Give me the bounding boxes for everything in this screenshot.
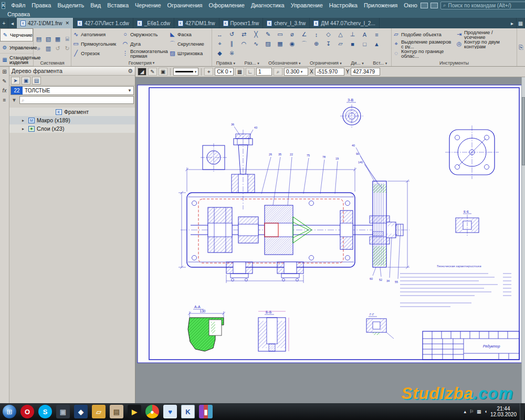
tool-hatch[interactable]: ▨Штриховка: [169, 49, 211, 58]
tree-panel-toggle-icon[interactable]: ⊞: [2, 69, 6, 75]
command-search-input[interactable]: ⌕ Поиск по командам (Alt+/): [440, 2, 525, 9]
delete-icon[interactable]: ╳: [251, 30, 260, 39]
group-label-notation[interactable]: Обозначения ▾: [268, 60, 301, 66]
draw-panel-icon[interactable]: ✎: [2, 78, 6, 84]
kompas-icon[interactable]: K: [181, 405, 195, 418]
tangent-icon[interactable]: ◠: [239, 40, 248, 48]
table-icon[interactable]: ▦: [276, 40, 285, 48]
x-coordinate-input[interactable]: -515.970: [315, 68, 344, 76]
arrow-down-icon[interactable]: ↧: [324, 40, 333, 48]
mode-management-button[interactable]: ⚙Управление: [0, 41, 33, 54]
outline-icon[interactable]: □: [360, 40, 369, 48]
menu-item-window[interactable]: Окно: [401, 1, 421, 10]
panel-gear-icon[interactable]: ⚙: [128, 68, 133, 75]
solid-icon[interactable]: ■: [348, 40, 357, 48]
roughness-icon[interactable]: △: [336, 30, 345, 39]
menu-item-settings[interactable]: Настройка: [326, 1, 361, 10]
dark-app-icon[interactable]: ▣: [56, 405, 70, 418]
network-icon[interactable]: ▦: [477, 409, 481, 414]
rhomb-icon[interactable]: ◆: [215, 49, 224, 58]
tree-item-fragment[interactable]: К Фрагмент: [9, 108, 135, 116]
document-tab[interactable]: К 427\DM1.frw: [174, 18, 219, 28]
menu-item-view[interactable]: Вид: [87, 1, 104, 10]
grid-icon[interactable]: ▦: [235, 68, 244, 76]
move-icon[interactable]: ↔: [215, 30, 224, 39]
tool-similar-object[interactable]: ▱Подобие объекта: [393, 30, 455, 39]
menu-item-constraints[interactable]: Ограничения: [164, 1, 206, 10]
point-icon[interactable]: ◉: [288, 40, 297, 48]
document-tab[interactable]: К _Е6в1.cdw: [133, 18, 174, 28]
chrome-icon[interactable]: ●: [145, 405, 159, 418]
open-folder-icon[interactable]: ▧: [44, 35, 52, 44]
line-style-selector[interactable]: ▾: [173, 68, 198, 76]
tray-clock[interactable]: 21:44 12.03.2020: [490, 406, 517, 417]
close-tab-icon[interactable]: ✕: [66, 20, 70, 26]
zoom-icon[interactable]: ⌕: [274, 68, 282, 76]
hidden-icons-chevron[interactable]: ▴: [464, 409, 466, 414]
tool-rectangle[interactable]: ▭Прямоугольник: [72, 39, 121, 49]
tool-select-dimensions[interactable]: ⌖Выделение размеров с ру...: [393, 39, 455, 49]
datum-icon[interactable]: ⊥: [348, 30, 357, 39]
new-document-icon[interactable]: ▤: [35, 35, 43, 44]
expand-arrow-icon[interactable]: ▸: [22, 118, 26, 123]
layout-grid-icon[interactable]: [430, 3, 438, 8]
heart-app-icon[interactable]: ♥: [163, 405, 177, 418]
vertical-scrollbar[interactable]: [521, 77, 525, 403]
menu-item-applications[interactable]: Приложения: [361, 1, 401, 10]
skype-icon[interactable]: S: [38, 405, 52, 418]
expand-arrow-icon[interactable]: ▸: [22, 127, 26, 131]
group-label-razm[interactable]: Раз... ▾: [244, 60, 259, 66]
mode-drawing-button[interactable]: ✎Черчение: [0, 28, 33, 41]
scale-input[interactable]: 1: [256, 68, 272, 76]
media-player-icon[interactable]: ▶: [128, 405, 141, 418]
notepad-icon[interactable]: ▤: [110, 405, 123, 418]
ref-icon[interactable]: ※: [227, 49, 236, 58]
tool-extend-trim[interactable]: ⇥Продление / усечение: [456, 30, 514, 39]
snap-icon[interactable]: ⌖: [204, 68, 213, 76]
rotate-icon[interactable]: ↺: [227, 30, 236, 39]
scrollbar-thumb[interactable]: [522, 97, 525, 165]
parallel-icon[interactable]: ∥: [227, 40, 236, 48]
tool-arc[interactable]: ◠Дуга: [122, 39, 168, 49]
tab-scroll-right-icon[interactable]: ▸: [508, 18, 517, 28]
menu-item-edit[interactable]: Правка: [28, 1, 54, 10]
angle-dim-icon[interactable]: ∠: [300, 30, 309, 39]
leader-icon[interactable]: ◇: [324, 30, 333, 39]
ortho-icon[interactable]: ∟: [246, 68, 255, 76]
start-button[interactable]: ⊞: [3, 405, 16, 418]
fix-icon[interactable]: ⊕: [312, 40, 321, 48]
copy-icon[interactable]: ▭: [276, 30, 285, 39]
volume-icon[interactable]: ◖: [485, 409, 487, 414]
group-label-insert[interactable]: Вст... ▾: [373, 60, 387, 66]
tab-scroll-left-icon[interactable]: ◂: [8, 18, 17, 28]
parameters-fx-icon[interactable]: fx: [3, 88, 7, 93]
new-tab-button[interactable]: +: [0, 18, 8, 28]
menu-item-styling[interactable]: Оформление: [206, 1, 248, 10]
layers-panel-icon[interactable]: ≡: [3, 97, 6, 103]
menu-item-file[interactable]: Файл: [8, 1, 28, 10]
blue-app-icon[interactable]: ◆: [74, 405, 88, 418]
tree-item-macro[interactable]: ▸ М Макро (x189): [9, 116, 135, 124]
spline-icon[interactable]: ⌒: [300, 40, 309, 48]
layout-toggle-icon[interactable]: [421, 3, 428, 8]
mode-standard-parts-button[interactable]: ▦Стандартные изделия: [0, 54, 33, 66]
menu-item-select[interactable]: Выделить: [54, 1, 87, 10]
edit-icon[interactable]: ✎: [264, 30, 272, 39]
wave-icon[interactable]: ∿: [251, 40, 260, 48]
group-label-diag[interactable]: Ди... ▾: [351, 60, 364, 66]
clipboard-panel-button[interactable]: ⎘: [517, 28, 525, 66]
tool-fillet[interactable]: ⌒Скругление: [169, 39, 211, 49]
diameter-dim-icon[interactable]: ⌀: [288, 30, 297, 39]
line-style-dropdown[interactable]: 22 ТОЛСТЫЕ ▼: [10, 86, 134, 95]
document-tab[interactable]: К ДМ 447.07\cherv_I_2...: [310, 18, 380, 28]
linear-dim-icon[interactable]: ↕: [312, 30, 321, 39]
drawing-canvas[interactable]: ◢ ✎ ▣ ▾ ⌖ СК 0 ▾ ▦ ∟ 1 ⌕ 0.300 ▾ X -515.…: [135, 67, 525, 403]
spec-icon[interactable]: ▥: [44, 45, 52, 53]
hatch-area-icon[interactable]: ▨: [264, 40, 272, 48]
show-desktop-button[interactable]: [520, 403, 524, 420]
coordinate-system-dropdown[interactable]: СК 0 ▾: [215, 68, 234, 76]
gearbox-assembly-drawing[interactable]: Редуктор: [135, 77, 525, 403]
tool-contour-two-contours[interactable]: ◎Контур по двум контурам: [456, 39, 514, 49]
preview-icon[interactable]: ⌕: [35, 45, 43, 53]
app-icon[interactable]: К: [2, 2, 5, 9]
